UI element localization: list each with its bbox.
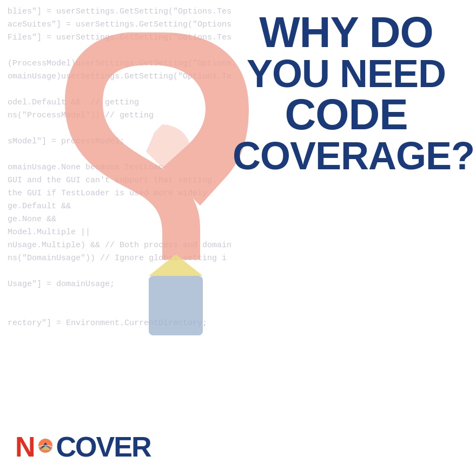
headline-line1: WHY DO (233, 11, 460, 54)
background-code: blies"] = userSettings.GetSetting("Optio… (0, 0, 476, 476)
logo-area: N COVER (15, 433, 150, 461)
headline-line4: COVERAGE? (233, 136, 460, 175)
headline: WHY DO YOU NEED CODE COVERAGE? (233, 11, 460, 175)
logo-mountain-icon (35, 438, 56, 453)
logo-n: N (15, 433, 35, 461)
headline-line2: YOU NEED (233, 54, 460, 93)
svg-marker-1 (149, 254, 203, 276)
svg-marker-4 (43, 445, 51, 450)
svg-marker-5 (39, 446, 51, 450)
svg-marker-3 (39, 442, 51, 450)
logo-cover: COVER (56, 433, 151, 461)
svg-rect-0 (149, 276, 203, 335)
question-mark-svg (32, 16, 292, 395)
svg-point-2 (38, 439, 52, 453)
question-mark-container (0, 0, 476, 476)
headline-line3: CODE (233, 93, 460, 136)
